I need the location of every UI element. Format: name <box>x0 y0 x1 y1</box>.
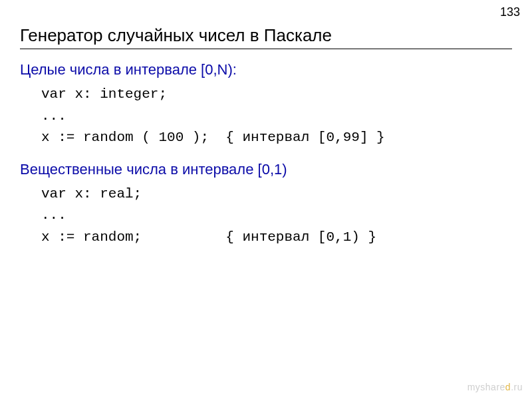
slide: 133 Генератор случайных чисел в Паскале … <box>0 0 532 399</box>
code-line: x := random ( 100 ); { интервал [0,99] } <box>41 130 385 145</box>
slide-title: Генератор случайных чисел в Паскале <box>20 25 512 46</box>
watermark: myshared.ru <box>467 382 523 392</box>
code-block-integers: var x: integer; ... x := random ( 100 );… <box>41 84 512 149</box>
code-line: ... <box>41 207 66 223</box>
section-heading-integers: Целые числа в интервале [0,N): <box>20 61 512 78</box>
watermark-text: myshare <box>467 382 505 392</box>
code-line: var x: real; <box>41 186 142 201</box>
code-block-reals: var x: real; ... x := random; { интервал… <box>41 184 512 249</box>
page-number: 133 <box>500 5 520 19</box>
watermark-suffix: .ru <box>511 382 523 392</box>
code-line: ... <box>41 108 66 124</box>
code-line: x := random; { интервал [0,1) } <box>41 229 376 245</box>
watermark-accent: d <box>505 382 511 392</box>
title-rule <box>20 49 512 49</box>
section-heading-reals: Вещественные числа в интервале [0,1) <box>20 161 512 178</box>
code-line: var x: integer; <box>41 86 167 102</box>
